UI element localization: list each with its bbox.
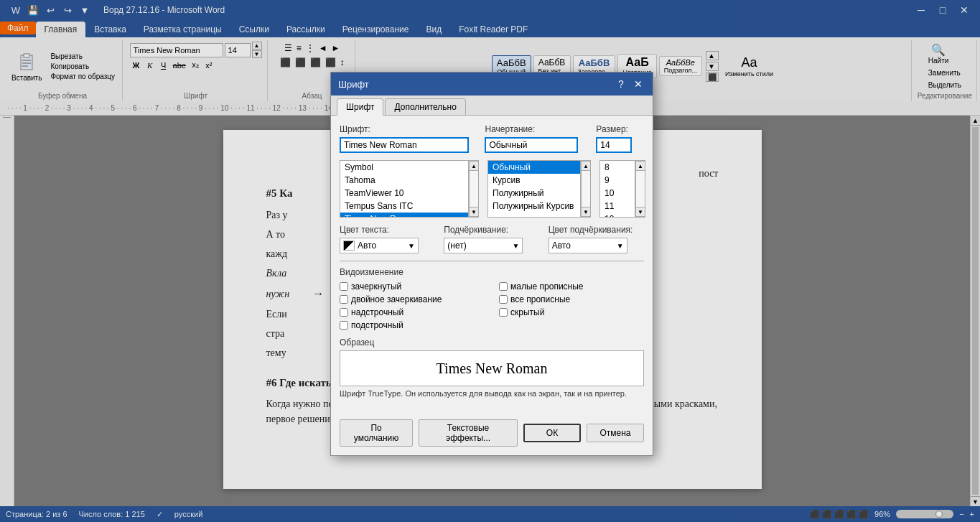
double-strikethrough-row: двойное зачеркивание <box>340 294 485 304</box>
vidoizmenenie-section: Видоизменение зачеркнутый малые прописны… <box>340 261 644 330</box>
small-caps-row: малые прописные <box>499 281 644 292</box>
preview-box: Times New Roman <box>340 350 644 386</box>
dialog-footer-right: ОК Отмена <box>523 424 644 442</box>
font-size-col: Размер: <box>596 124 644 153</box>
font-size-list-container: 8 9 10 11 12 14 ▲ ▼ <box>599 160 645 218</box>
dialog-title: Шрифт <box>338 79 369 90</box>
underline-arrow: ▼ <box>512 242 519 250</box>
underline-color-dropdown[interactable]: Авто ▼ <box>549 238 627 253</box>
font-name-list-container: Symbol Tahoma TeamViewer 10 Tempus Sans … <box>340 160 479 218</box>
superscript-row: надстрочный <box>340 307 485 317</box>
size-scroll-down[interactable]: ▼ <box>635 207 645 217</box>
tab-advanced[interactable]: Дополнительно <box>385 98 465 115</box>
font-fields-row: Шрифт: Начертание: Размер: <box>340 124 644 153</box>
size-item-9[interactable]: 9 <box>600 174 635 187</box>
all-caps-row: все прописные <box>499 294 644 304</box>
text-color-dropdown[interactable]: Авто ▼ <box>340 238 419 253</box>
strikethrough-checkbox[interactable] <box>340 282 348 291</box>
subscript-row: подстрочный <box>340 320 485 330</box>
font-name-label: Шрифт: <box>340 124 476 134</box>
preview-desc: Шрифт TrueType. Он используется для выво… <box>340 389 644 398</box>
font-dialog: Шрифт ? ✕ Шрифт Дополнительно Шрифт: Нач… <box>330 72 653 456</box>
text-color-swatch <box>343 241 355 251</box>
text-color-label: Цвет текста: <box>340 225 435 235</box>
size-scroll-track <box>636 171 645 207</box>
style-scroll-down[interactable]: ▼ <box>581 207 591 217</box>
font-name-field[interactable] <box>340 137 469 153</box>
font-size-list[interactable]: 8 9 10 11 12 14 <box>599 160 635 218</box>
style-list-scrollbar[interactable]: ▲ ▼ <box>581 160 591 218</box>
small-caps-checkbox[interactable] <box>499 282 508 291</box>
dialog-footer-left: По умолчанию Текстовые эффекты... <box>340 419 518 447</box>
dialog-footer: По умолчанию Текстовые эффекты... ОК Отм… <box>331 414 653 455</box>
font-scroll-track <box>470 171 478 207</box>
font-size-field[interactable] <box>596 137 632 153</box>
font-style-list-container: Обычный Курсив Полужирный Полужирный Кур… <box>487 160 591 218</box>
underline-color-arrow: ▼ <box>617 242 624 250</box>
font-size-label: Размер: <box>596 124 644 134</box>
text-color-col: Цвет текста: Авто ▼ <box>340 225 435 253</box>
tab-font[interactable]: Шрифт <box>337 98 383 116</box>
subscript-checkbox[interactable] <box>340 321 348 330</box>
font-scroll-up[interactable]: ▲ <box>469 161 479 171</box>
font-style-list[interactable]: Обычный Курсив Полужирный Полужирный Кур… <box>487 160 581 218</box>
size-list-scrollbar[interactable]: ▲ ▼ <box>635 160 645 218</box>
superscript-checkbox[interactable] <box>340 308 348 317</box>
font-item-tahoma[interactable]: Tahoma <box>340 174 468 187</box>
font-name-col: Шрифт: <box>340 124 476 153</box>
font-style-label: Начертание: <box>485 124 587 134</box>
dialog-titlebar-right: ? ✕ <box>614 77 645 91</box>
style-item-italic[interactable]: Курсив <box>488 174 580 187</box>
dialog-tabs: Шрифт Дополнительно <box>331 95 653 116</box>
style-scroll-up[interactable]: ▲ <box>581 161 591 171</box>
style-item-normal[interactable]: Обычный <box>488 161 580 174</box>
style-scroll-track <box>582 171 590 207</box>
preview-section: Образец Times New Roman Шрифт TrueType. … <box>340 337 644 398</box>
font-item-teamviewer[interactable]: TeamViewer 10 <box>340 187 468 200</box>
font-style-field[interactable] <box>485 137 578 153</box>
small-caps-label: малые прописные <box>510 281 584 292</box>
checkbox-grid: зачеркнутый малые прописные двойное заче… <box>340 281 644 330</box>
font-list-scrollbar[interactable]: ▲ ▼ <box>469 160 479 218</box>
underline-dropdown[interactable]: (нет) ▼ <box>444 238 523 253</box>
strikethrough-row: зачеркнутый <box>340 281 485 292</box>
color-underline-row: Цвет текста: Авто ▼ Подчёркивание: (нет)… <box>340 225 644 253</box>
size-item-12[interactable]: 12 <box>600 213 635 218</box>
preview-label: Образец <box>340 337 644 348</box>
dialog-overlay: Шрифт ? ✕ Шрифт Дополнительно Шрифт: Нач… <box>0 0 980 522</box>
text-color-arrow: ▼ <box>408 242 415 250</box>
font-item-times[interactable]: Times New Roman <box>340 213 468 218</box>
text-effects-button[interactable]: Текстовые эффекты... <box>419 419 518 447</box>
underline-color-col: Цвет подчёркивания: Авто ▼ <box>549 225 644 253</box>
cancel-button[interactable]: Отмена <box>587 424 644 442</box>
subscript-label: подстрочный <box>351 320 403 330</box>
hidden-checkbox[interactable] <box>499 308 508 317</box>
dialog-close-button[interactable]: ✕ <box>631 77 645 91</box>
font-style-col: Начертание: <box>485 124 587 153</box>
double-strikethrough-label: двойное зачеркивание <box>351 294 442 304</box>
font-scroll-down[interactable]: ▼ <box>469 207 479 217</box>
underline-color-label: Цвет подчёркивания: <box>549 225 644 235</box>
size-scroll-up[interactable]: ▲ <box>635 161 645 171</box>
font-item-tempus[interactable]: Tempus Sans ITC <box>340 200 468 213</box>
double-strikethrough-checkbox[interactable] <box>340 295 348 304</box>
default-button[interactable]: По умолчанию <box>340 419 413 447</box>
vidoizmenenie-label: Видоизменение <box>340 267 644 277</box>
ok-button[interactable]: ОК <box>523 424 581 442</box>
underline-value: (нет) <box>447 241 466 251</box>
size-item-11[interactable]: 11 <box>600 200 635 213</box>
font-item-symbol[interactable]: Symbol <box>340 161 468 174</box>
underline-color-value: Авто <box>552 241 571 251</box>
underline-label: Подчёркивание: <box>444 225 539 235</box>
style-item-bold[interactable]: Полужирный <box>488 187 580 200</box>
size-item-10[interactable]: 10 <box>600 187 635 200</box>
size-item-8[interactable]: 8 <box>600 161 635 174</box>
dialog-titlebar: Шрифт ? ✕ <box>331 73 653 95</box>
text-color-value: Авто <box>358 241 376 251</box>
superscript-label: надстрочный <box>351 307 403 317</box>
preview-text: Times New Roman <box>437 360 548 377</box>
style-item-bold-italic[interactable]: Полужирный Курсив <box>488 200 580 213</box>
dialog-help-button[interactable]: ? <box>614 77 628 91</box>
font-name-list[interactable]: Symbol Tahoma TeamViewer 10 Tempus Sans … <box>340 160 469 218</box>
all-caps-checkbox[interactable] <box>499 295 508 304</box>
